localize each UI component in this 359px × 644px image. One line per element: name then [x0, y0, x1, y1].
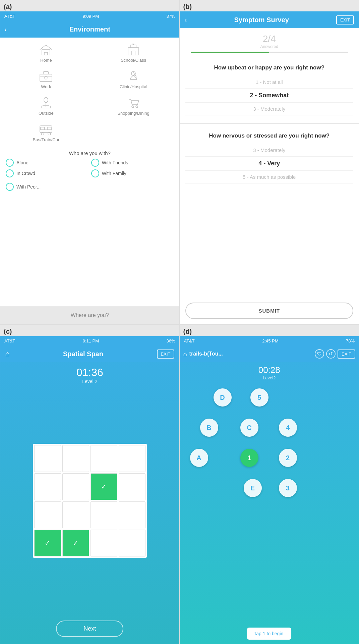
timer-section-c: 01:36 Level 2: [0, 362, 179, 386]
level-d: Level2: [180, 375, 359, 380]
bus-icon: [38, 122, 54, 136]
env-label-home: Home: [40, 58, 52, 63]
clinic-icon: [125, 69, 141, 83]
env-item-home[interactable]: Home: [3, 40, 89, 65]
answer-1-2[interactable]: 2 - Somewhat: [185, 89, 354, 103]
grid-cell-8[interactable]: [34, 501, 61, 528]
trails-node-a[interactable]: A: [190, 449, 208, 467]
with-crowd[interactable]: In Crowd: [6, 169, 88, 177]
progress-fill: [191, 52, 270, 53]
grid-cell-4[interactable]: [34, 473, 61, 500]
trails-node-2[interactable]: 2: [279, 449, 297, 467]
grid-area: [0, 386, 179, 615]
circle-friends: [91, 159, 99, 167]
grid-cell-14[interactable]: [91, 530, 117, 556]
with-friends-label: With Friends: [102, 160, 128, 165]
trails-node-1[interactable]: 1: [240, 449, 258, 467]
battery-a: 37%: [166, 14, 175, 19]
env-label-bus: Bus/Train/Car: [33, 137, 60, 142]
grid-cell-10[interactable]: [91, 501, 117, 528]
survey-content: 2/4 Answered How upbeat or happy are you…: [180, 28, 359, 297]
trails-node-e[interactable]: E: [244, 479, 262, 497]
question-1-section: How upbeat or happy are you right now? 1…: [180, 58, 359, 121]
grid-cell-6[interactable]: [91, 473, 117, 500]
with-section: Who are you with? Alone With Friends In …: [3, 148, 177, 193]
env-label-outside: Outside: [39, 111, 54, 116]
refresh-icon-d[interactable]: ↺: [326, 349, 336, 359]
exit-button-b[interactable]: EXIT: [336, 15, 354, 24]
with-family[interactable]: With Family: [91, 169, 174, 177]
env-label-clinic: Clinic/Hospital: [120, 84, 147, 89]
with-crowd-label: In Crowd: [16, 171, 35, 176]
status-bar-a: AT&T 9:09 PM 37%: [0, 11, 179, 21]
submit-area: SUBMIT: [180, 297, 359, 324]
exit-button-d[interactable]: EXIT: [338, 350, 355, 359]
with-peer-label: With Peer...: [16, 184, 41, 190]
answer-2-2[interactable]: 4 - Very: [185, 157, 354, 171]
grid-cell-1[interactable]: [62, 445, 89, 472]
timer-d: 00:28: [180, 365, 359, 375]
svg-rect-5: [132, 51, 135, 55]
with-friends[interactable]: With Friends: [91, 159, 174, 167]
grid-cell-15[interactable]: [119, 530, 145, 556]
grid-cell-11[interactable]: [119, 501, 145, 528]
panel-b-label: (b): [180, 0, 359, 11]
svg-rect-19: [47, 127, 51, 130]
home-icon-d[interactable]: ⌂: [183, 350, 187, 358]
grid-cell-9[interactable]: [62, 501, 89, 528]
env-item-work[interactable]: Work: [3, 67, 89, 92]
shield-icon-d[interactable]: 🛡: [315, 349, 324, 359]
with-grid: Alone With Friends In Crowd With Family …: [6, 159, 174, 191]
env-item-outside[interactable]: Outside: [3, 93, 89, 118]
env-item-shopping[interactable]: Shopping/Dining: [91, 93, 177, 118]
back-arrow-a[interactable]: ‹: [4, 25, 7, 33]
grid-cell-0[interactable]: [34, 445, 61, 472]
answer-1-1[interactable]: 1 - Not at all: [185, 76, 354, 89]
progress-count: 2/4: [185, 34, 354, 44]
progress-section: 2/4 Answered: [180, 28, 359, 58]
trails-node-b[interactable]: B: [200, 419, 218, 437]
next-button[interactable]: Next: [56, 621, 123, 637]
env-item-bus[interactable]: Bus/Train/Car: [3, 120, 89, 145]
grid-cell-2[interactable]: [91, 445, 117, 472]
grid-cell-3[interactable]: [119, 445, 145, 472]
answer-1-3[interactable]: 3 - Moderately: [185, 103, 354, 115]
time-a: 9:09 PM: [83, 14, 99, 19]
nav-title-c: Spatial Span: [63, 350, 103, 358]
grid-cell-12[interactable]: [34, 530, 61, 556]
answer-2-3[interactable]: 5 - As much as possible: [185, 171, 354, 183]
where-bar[interactable]: Where are you?: [0, 306, 179, 324]
with-family-label: With Family: [102, 171, 126, 176]
grid-cell-5[interactable]: [62, 473, 89, 500]
nav-bar-b: ‹ Symptom Survey EXIT: [180, 11, 359, 28]
home-icon-c[interactable]: ⌂: [5, 350, 9, 358]
submit-button[interactable]: SUBMIT: [185, 303, 354, 319]
circle-family: [91, 169, 99, 177]
trails-node-d[interactable]: D: [214, 388, 232, 407]
home-icon: [38, 43, 54, 56]
nav-bar-d: ⌂ trails-b(Tou... 🛡 ↺ EXIT: [180, 345, 359, 362]
progress-bar: [191, 52, 348, 53]
circle-alone: [6, 159, 14, 167]
grid-cell-7[interactable]: [119, 473, 145, 500]
progress-answered: Answered: [185, 44, 354, 49]
back-arrow-b[interactable]: ‹: [185, 16, 187, 24]
spatial-grid: [33, 444, 147, 558]
trails-node-c[interactable]: C: [240, 419, 258, 437]
carrier-d: AT&T: [184, 338, 195, 343]
with-peer[interactable]: With Peer...: [6, 183, 88, 191]
answer-2-1[interactable]: 3 - Moderately: [185, 144, 354, 157]
trails-node-3[interactable]: 3: [279, 479, 297, 497]
with-alone[interactable]: Alone: [6, 159, 88, 167]
shopping-icon: [125, 96, 141, 109]
grid-cell-13[interactable]: [62, 530, 89, 556]
svg-point-21: [41, 132, 44, 135]
env-item-school[interactable]: School/Class: [91, 40, 177, 65]
exit-button-c[interactable]: EXIT: [157, 350, 175, 359]
panel-d-label: (d): [180, 325, 359, 336]
trails-node-4[interactable]: 4: [279, 419, 297, 437]
trails-node-5[interactable]: 5: [250, 388, 268, 407]
env-item-clinic[interactable]: Clinic/Hospital: [91, 67, 177, 92]
panel-c: (c) AT&T 9:11 PM 36% ⌂ Spatial Span EXIT…: [0, 325, 180, 644]
question-2-text: How nervous or stressed are you right no…: [185, 132, 354, 140]
